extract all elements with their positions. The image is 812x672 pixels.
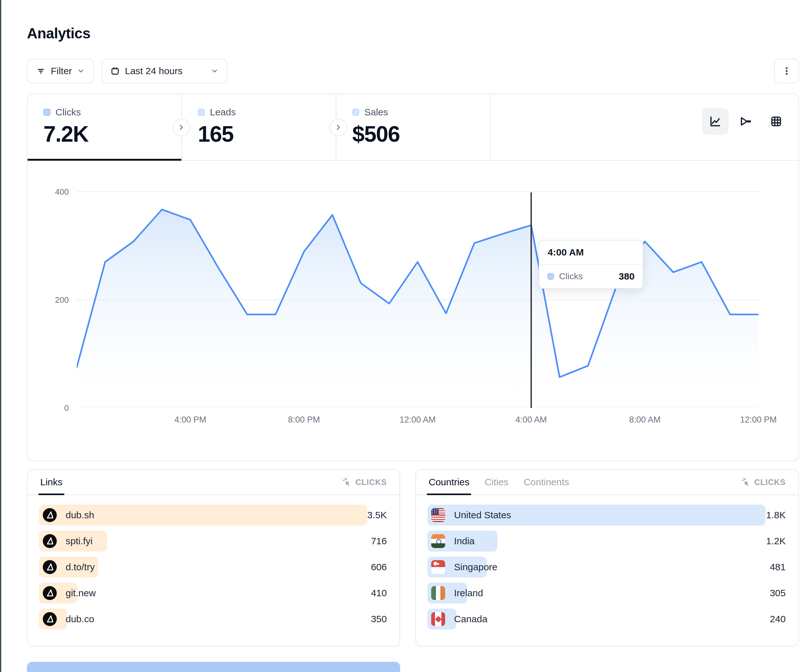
tooltip-value: 380 bbox=[619, 271, 635, 282]
countries-list: United States 1.8K India 1.2K Singapore … bbox=[416, 495, 798, 629]
filter-button-label: Filter bbox=[51, 66, 72, 77]
page-title: Analytics bbox=[27, 25, 90, 42]
links-list: dub.sh 3.5K spti.fyi 716 d.to/try 606 gi… bbox=[27, 495, 399, 629]
date-range-button[interactable]: Last 24 hours bbox=[101, 59, 227, 84]
dub-logo-icon bbox=[43, 612, 57, 626]
chart-view-toggle bbox=[702, 108, 790, 135]
stat-label: Clicks bbox=[55, 107, 81, 118]
stat-tab-sales[interactable]: Sales $506 bbox=[336, 94, 491, 160]
list-item-label: Singapore bbox=[454, 562, 498, 573]
x-axis-tick: 4:00 AM bbox=[506, 415, 556, 425]
links-panel: Links CLICKS dub.sh 3.5K spti.fyi 716 bbox=[27, 469, 400, 646]
funnel-icon bbox=[739, 114, 753, 129]
list-item-value: 481 bbox=[770, 562, 786, 573]
list-item[interactable]: d.to/try 606 bbox=[39, 557, 388, 578]
more-options-button[interactable] bbox=[774, 59, 799, 84]
list-item[interactable]: India 1.2K bbox=[427, 530, 787, 551]
date-range-label: Last 24 hours bbox=[125, 66, 183, 77]
area-fill bbox=[77, 210, 758, 408]
y-axis-tick: 0 bbox=[34, 403, 69, 413]
list-item-value: 240 bbox=[770, 614, 786, 624]
dub-logo-icon bbox=[43, 534, 57, 548]
funnel-view-button[interactable] bbox=[732, 108, 759, 135]
stat-value: $506 bbox=[352, 121, 490, 147]
kebab-menu-icon bbox=[781, 66, 792, 77]
tab-label: Continents bbox=[524, 477, 569, 487]
grid-table-icon bbox=[769, 114, 783, 129]
chevron-down-icon bbox=[77, 67, 85, 75]
x-axis-tick: 4:00 PM bbox=[165, 415, 216, 425]
metric-label: CLICKS bbox=[355, 478, 387, 487]
x-axis-tick: 8:00 AM bbox=[619, 415, 670, 425]
list-item[interactable]: dub.co 350 bbox=[39, 609, 388, 629]
list-item[interactable]: Ireland 305 bbox=[427, 583, 787, 604]
list-item[interactable]: spti.fyi 716 bbox=[39, 530, 388, 551]
table-view-button[interactable] bbox=[763, 108, 790, 135]
list-item[interactable]: United States 1.8K bbox=[427, 505, 787, 525]
chevron-down-icon bbox=[211, 67, 218, 75]
tooltip-series-label: Clicks bbox=[559, 271, 583, 281]
y-axis-tick: 400 bbox=[34, 187, 69, 197]
links-panel-tabs: Links bbox=[40, 470, 63, 495]
x-axis-tick: 8:00 PM bbox=[279, 415, 329, 425]
clicks-area-chart[interactable] bbox=[77, 178, 758, 408]
filter-button[interactable]: Filter bbox=[27, 59, 94, 84]
list-item-label: dub.sh bbox=[66, 510, 94, 520]
geo-tab-continents[interactable]: Continents bbox=[524, 470, 569, 495]
cursor-click-icon bbox=[741, 478, 751, 487]
us-flag-icon bbox=[431, 508, 445, 522]
stat-value: 165 bbox=[198, 121, 336, 147]
stat-expand-chevron-button[interactable] bbox=[329, 119, 347, 136]
list-item-label: dub.co bbox=[66, 614, 94, 624]
dub-logo-icon bbox=[43, 534, 57, 548]
list-item-value: 606 bbox=[371, 562, 387, 573]
stat-tab-clicks[interactable]: Clicks 7.2K bbox=[27, 94, 182, 160]
line-chart-icon bbox=[708, 114, 723, 129]
stat-label: Sales bbox=[364, 107, 388, 118]
dub-logo-icon bbox=[43, 508, 57, 522]
tab-label: Links bbox=[40, 477, 63, 487]
x-axis-tick: 12:00 PM bbox=[733, 415, 784, 425]
list-item-label: git.new bbox=[66, 588, 96, 599]
x-axis-tick: 12:00 AM bbox=[392, 415, 443, 425]
list-item-label: Canada bbox=[454, 614, 487, 624]
geo-tab-countries[interactable]: Countries bbox=[429, 470, 469, 495]
list-item-value: 305 bbox=[770, 588, 786, 599]
series-legend-swatch bbox=[43, 109, 50, 116]
left-edge-accent bbox=[0, 0, 1, 672]
list-item[interactable]: Canada 240 bbox=[427, 609, 787, 629]
series-legend-swatch bbox=[352, 109, 359, 116]
list-item[interactable]: Singapore 481 bbox=[427, 557, 787, 578]
stat-expand-chevron-button[interactable] bbox=[172, 119, 190, 136]
dub-logo-icon bbox=[43, 586, 57, 600]
countries-panel-tabs: Countries Cities Continents bbox=[429, 470, 569, 495]
chart-tooltip: 4:00 AM Clicks 380 bbox=[539, 240, 643, 289]
geo-tab-cities[interactable]: Cities bbox=[484, 470, 508, 495]
stat-tab-leads[interactable]: Leads 165 bbox=[182, 94, 336, 160]
list-item[interactable]: git.new 410 bbox=[39, 583, 388, 604]
clicks-metric-header[interactable]: CLICKS bbox=[741, 478, 786, 487]
ie-flag-icon bbox=[431, 586, 445, 600]
list-item[interactable]: dub.sh 3.5K bbox=[39, 505, 388, 525]
toolbar: Filter Last 24 hours bbox=[27, 59, 799, 84]
dub-logo-icon bbox=[43, 586, 57, 600]
links-tab-links[interactable]: Links bbox=[40, 470, 63, 495]
dub-logo-icon bbox=[43, 612, 57, 626]
list-item-value: 350 bbox=[371, 614, 387, 624]
list-item-value: 1.2K bbox=[766, 536, 786, 546]
analytics-card: Clicks 7.2K Leads 165 Sales $506 bbox=[27, 94, 799, 461]
tab-label: Countries bbox=[429, 477, 469, 487]
links-panel-header: Links CLICKS bbox=[27, 470, 399, 495]
clicks-metric-header[interactable]: CLICKS bbox=[342, 478, 387, 487]
series-legend-swatch bbox=[548, 273, 554, 280]
stat-label: Leads bbox=[210, 107, 236, 118]
dub-logo-icon bbox=[43, 560, 57, 574]
countries-panel-header: Countries Cities Continents CLICKS bbox=[416, 470, 798, 495]
cutoff-list-item-bar bbox=[27, 662, 400, 672]
sg-flag-icon bbox=[431, 560, 445, 574]
list-item-label: India bbox=[454, 536, 475, 546]
list-item-label: Ireland bbox=[454, 588, 483, 599]
calendar-icon bbox=[110, 66, 120, 76]
line-chart-view-button[interactable] bbox=[702, 108, 728, 135]
list-item-value: 3.5K bbox=[367, 510, 387, 520]
